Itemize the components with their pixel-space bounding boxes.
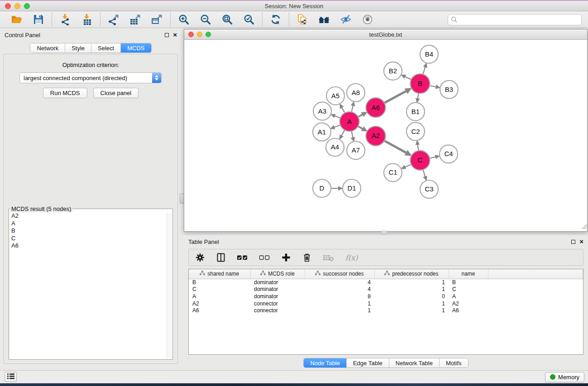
mcds-result-item[interactable]: A	[9, 220, 172, 228]
open-session-icon[interactable]	[10, 13, 23, 26]
edge-B-B4[interactable]	[423, 67, 425, 74]
edge-A-A3[interactable]	[335, 116, 340, 118]
memory-button[interactable]: Memory	[545, 372, 584, 382]
node-C4[interactable]: C4	[440, 145, 458, 163]
task-history-button[interactable]	[5, 372, 17, 382]
delete-columns-icon[interactable]	[302, 253, 312, 262]
cell-predecessor-nodes[interactable]: 1	[374, 286, 449, 293]
edge-A6-B[interactable]	[385, 91, 406, 103]
cell-MCDS-role[interactable]: dominator	[250, 279, 305, 286]
mcds-result-list[interactable]: A2ABCA6	[9, 212, 172, 359]
home-icon[interactable]	[318, 13, 330, 26]
export-image-icon[interactable]	[151, 13, 163, 26]
save-session-icon[interactable]	[32, 13, 45, 26]
cell-successor-nodes[interactable]: 4	[305, 279, 374, 286]
cell-successor-nodes[interactable]: 1	[305, 307, 374, 314]
edge-A-A5[interactable]	[342, 107, 344, 113]
cell-name[interactable]: A2	[449, 300, 488, 307]
edge-A-A8[interactable]	[352, 105, 353, 112]
column-header-MCDS-role[interactable]: MCDS role	[250, 269, 305, 279]
new-network-from-selection-icon[interactable]	[296, 13, 309, 26]
edge-A-A6[interactable]	[359, 114, 363, 117]
edge-C-C2[interactable]	[418, 144, 419, 150]
node-A8[interactable]: A8	[347, 84, 365, 102]
horizontal-split-grip[interactable]	[381, 231, 387, 234]
node-A[interactable]: A	[340, 112, 359, 131]
mcds-result-item[interactable]: C	[9, 235, 172, 243]
column-header-shared-name[interactable]: shared name	[189, 269, 250, 279]
cell-shared-name[interactable]: A2	[189, 300, 250, 307]
tab-node-table[interactable]: Node Table	[304, 358, 347, 367]
tab-network-table[interactable]: Network Table	[389, 358, 440, 367]
create-column-icon[interactable]	[281, 253, 291, 262]
edge-C-C3[interactable]	[423, 170, 425, 177]
import-table-icon[interactable]	[81, 13, 93, 26]
column-header-predecessor-nodes[interactable]: predecessor nodes	[374, 269, 449, 279]
edge-C-C1[interactable]	[405, 165, 411, 167]
node-D1[interactable]: D1	[343, 179, 361, 197]
cell-shared-name[interactable]: A6	[189, 307, 250, 314]
table-row[interactable]: A2connector11A2	[189, 300, 583, 307]
hide-selected-icon[interactable]	[339, 13, 352, 26]
zoom-fit-icon[interactable]	[221, 13, 234, 26]
search-input[interactable]	[448, 14, 582, 25]
node-B[interactable]: B	[411, 74, 430, 93]
node-B3[interactable]: B3	[440, 81, 458, 99]
zoom-out-icon[interactable]	[199, 13, 212, 26]
show-all-icon[interactable]	[361, 13, 374, 26]
tab-motifs[interactable]: Motifs	[440, 358, 468, 367]
table-row[interactable]: Bdominator41B	[189, 279, 583, 286]
window-resize-grip[interactable]	[581, 223, 587, 231]
edge-B-B3[interactable]	[430, 86, 436, 87]
cell-successor-nodes[interactable]: 1	[305, 300, 374, 307]
node-B4[interactable]: B4	[420, 45, 438, 63]
cell-name[interactable]: A	[449, 293, 488, 300]
cell-MCDS-role[interactable]: dominator	[250, 293, 305, 300]
node-A3[interactable]: A3	[313, 102, 331, 120]
cell-successor-nodes[interactable]: 8	[305, 293, 374, 300]
edge-B-B1[interactable]	[418, 94, 419, 99]
cell-name[interactable]: C	[449, 286, 488, 293]
table-row[interactable]: Adominator80A	[189, 293, 583, 300]
deselect-all-icon[interactable]	[259, 254, 270, 261]
zoom-in-icon[interactable]	[177, 13, 190, 26]
zoom-selected-icon[interactable]	[243, 13, 255, 26]
edge-A-A7[interactable]	[352, 132, 353, 138]
node-A7[interactable]: A7	[347, 141, 365, 159]
tab-style[interactable]: Style	[65, 43, 91, 52]
cell-predecessor-nodes[interactable]: 0	[374, 293, 449, 300]
optimization-criterion-dropdown[interactable]: largest connected component (directed)	[19, 72, 162, 83]
cell-name[interactable]: B	[449, 279, 488, 286]
node-B1[interactable]: B1	[406, 103, 425, 121]
node-C1[interactable]: C1	[384, 163, 402, 181]
network-window-titlebar[interactable]: testGlobe.txt	[184, 29, 587, 40]
cell-predecessor-nodes[interactable]: 1	[374, 279, 449, 286]
network-canvas[interactable]: B4 B2 B B3 A8 A5 A6 A3 B1 A A1 C2 A2	[184, 40, 587, 231]
cell-MCDS-role[interactable]: dominator	[250, 286, 305, 293]
node-D[interactable]: D	[313, 179, 331, 197]
select-all-icon[interactable]	[237, 254, 248, 261]
node-C3[interactable]: C3	[420, 180, 438, 198]
table-row[interactable]: Cdominator41C	[189, 286, 583, 293]
mcds-result-item[interactable]: B	[9, 227, 172, 235]
edge-A-A2[interactable]	[359, 126, 363, 129]
mcds-list-scrollbar[interactable]	[167, 213, 172, 359]
node-C[interactable]: C	[411, 151, 430, 170]
import-network-icon[interactable]	[59, 13, 72, 26]
cell-successor-nodes[interactable]: 4	[305, 286, 374, 293]
table-row[interactable]: A6connector11A6	[189, 307, 583, 314]
node-B2[interactable]: B2	[384, 62, 402, 80]
cell-name[interactable]: A6	[449, 307, 488, 314]
refresh-icon[interactable]	[269, 13, 282, 26]
cell-shared-name[interactable]: B	[189, 279, 250, 286]
column-header-successor-nodes[interactable]: successor nodes	[305, 269, 374, 279]
node-A4[interactable]: A4	[326, 138, 344, 156]
column-header-name[interactable]: name	[449, 269, 488, 279]
mcds-result-item[interactable]: A6	[9, 242, 172, 250]
cell-MCDS-role[interactable]: connector	[250, 307, 305, 314]
close-panel-icon[interactable]: ×	[173, 33, 177, 37]
cell-MCDS-role[interactable]: connector	[250, 300, 305, 307]
close-table-panel-icon[interactable]: ×	[579, 239, 583, 244]
cell-predecessor-nodes[interactable]: 1	[374, 307, 449, 314]
edge-A-A4[interactable]	[341, 130, 344, 136]
